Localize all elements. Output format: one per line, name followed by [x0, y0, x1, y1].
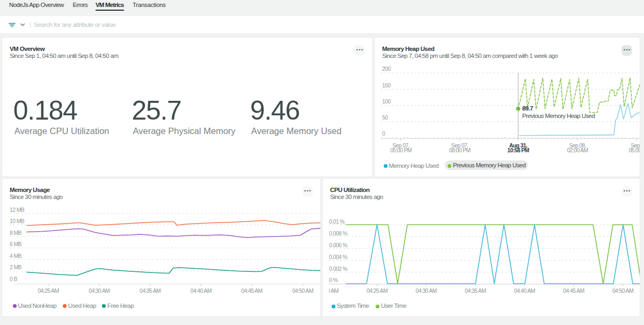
svg-text:04:20 AM: 04:20 AM	[323, 287, 339, 294]
svg-text:89.7: 89.7	[522, 105, 533, 112]
svg-text:200: 200	[382, 65, 391, 72]
svg-text:8 MB: 8 MB	[10, 230, 22, 236]
svg-text:05:00 PM: 05:00 PM	[390, 147, 412, 153]
svg-text:02:00 AM: 02:00 AM	[567, 147, 588, 153]
svg-text:2 MB: 2 MB	[10, 264, 22, 270]
svg-text:0.006 %: 0.006 %	[329, 242, 347, 248]
svg-text:50: 50	[382, 114, 388, 121]
svg-text:0 %: 0 %	[329, 277, 338, 283]
svg-text:04:25 AM: 04:25 AM	[38, 287, 58, 294]
svg-text:0.004 %: 0.004 %	[329, 254, 347, 260]
svg-text:04:35 AM: 04:35 AM	[465, 287, 486, 294]
svg-text:Previous Memory Heap Used: Previous Memory Heap Used	[522, 113, 595, 119]
svg-text:04:45 AM: 04:45 AM	[241, 287, 262, 294]
svg-text:04:40 AM: 04:40 AM	[514, 287, 535, 294]
svg-text:04:35 AM: 04:35 AM	[140, 287, 160, 294]
svg-text:6 MB: 6 MB	[10, 241, 22, 247]
svg-text:0: 0	[382, 130, 385, 137]
svg-text:05:00 AM: 05:00 AM	[628, 147, 640, 153]
svg-text:08:00 PM: 08:00 PM	[449, 147, 471, 153]
svg-text:04:30 AM: 04:30 AM	[416, 287, 437, 294]
svg-text:04:30 AM: 04:30 AM	[89, 287, 109, 294]
svg-text:150: 150	[382, 82, 391, 88]
svg-text:0.01 %: 0.01 %	[329, 218, 345, 225]
svg-text:04:25 AM: 04:25 AM	[367, 287, 387, 294]
svg-text:100: 100	[382, 98, 391, 105]
svg-text:10:58 PM: 10:58 PM	[507, 147, 529, 153]
svg-text:12 MB: 12 MB	[10, 206, 25, 213]
svg-text:10 MB: 10 MB	[10, 218, 25, 224]
svg-text:04:50 AM: 04:50 AM	[612, 287, 633, 294]
svg-text:04:45 AM: 04:45 AM	[563, 287, 584, 294]
svg-text:0.002 %: 0.002 %	[329, 265, 347, 272]
svg-text:04:50 AM: 04:50 AM	[292, 287, 313, 294]
svg-text:0 B: 0 B	[10, 276, 17, 282]
svg-text:4 MB: 4 MB	[10, 253, 22, 259]
svg-text:0.008 %: 0.008 %	[329, 230, 347, 237]
svg-text:04:40 AM: 04:40 AM	[191, 287, 211, 294]
